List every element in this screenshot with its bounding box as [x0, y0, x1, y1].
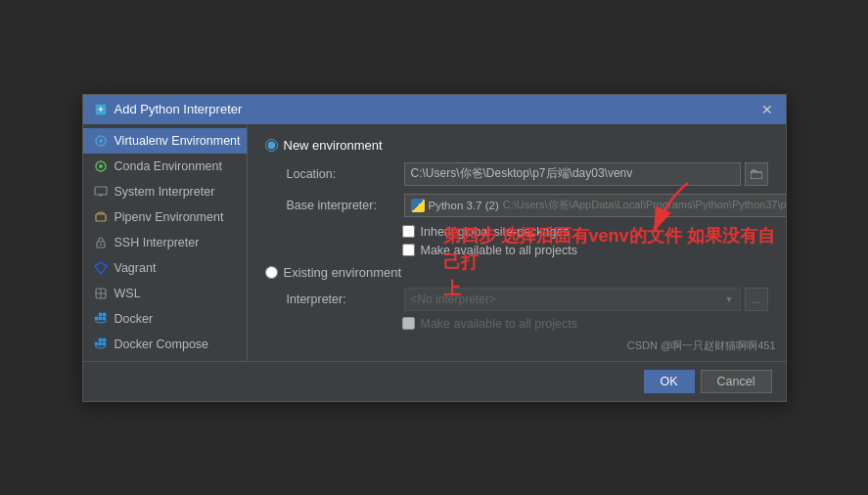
svg-rect-18 — [103, 317, 106, 320]
location-input[interactable] — [404, 162, 741, 186]
dropdown-text: Python 3.7 (2) C:\Users\你爸\AppData\Local… — [411, 198, 786, 212]
title-bar: + Add Python Interpreter ✕ — [83, 95, 786, 124]
python-icon — [411, 199, 425, 212]
location-browse-button[interactable] — [745, 162, 768, 186]
location-input-wrapper — [404, 162, 768, 186]
sidebar-item-label: System Interpreter — [114, 185, 215, 199]
svg-rect-6 — [95, 187, 107, 195]
interpreter-path: C:\Users\你爸\AppData\Local\Programs\Pytho… — [503, 198, 786, 212]
pipenv-icon — [93, 209, 109, 225]
svg-rect-25 — [103, 338, 106, 341]
svg-rect-23 — [103, 342, 106, 345]
new-env-section: New environment — [265, 138, 768, 153]
svg-point-11 — [100, 244, 102, 246]
svg-rect-16 — [95, 317, 98, 320]
close-button[interactable]: ✕ — [758, 101, 776, 118]
sidebar-item-conda[interactable]: Conda Environment — [83, 154, 247, 179]
make-available-checkbox-row: Make available to all projects — [265, 244, 768, 257]
inherit-checkbox-row: Inherit global site-packages — [265, 225, 768, 239]
svg-rect-22 — [99, 342, 102, 345]
svg-rect-20 — [103, 313, 106, 316]
svg-rect-24 — [99, 338, 102, 341]
svg-rect-26 — [751, 172, 762, 179]
existing-interpreter-browse-button[interactable]: ... — [745, 288, 768, 311]
inherit-checkbox[interactable] — [402, 225, 415, 238]
dialog-icon: + — [93, 102, 109, 117]
sidebar-item-vagrant[interactable]: Vagrant — [83, 255, 247, 281]
inherit-label: Inherit global site-packages — [421, 225, 570, 239]
sidebar-item-label: Virtualenv Environment — [114, 134, 241, 148]
watermark: CSDN @啊一只赵财猫啊啊451 — [627, 338, 776, 353]
svg-rect-19 — [99, 313, 102, 316]
ok-button[interactable]: OK — [644, 370, 695, 393]
existing-env-section: Existing environment Interpreter: <No in… — [265, 265, 768, 331]
sidebar-item-label: Docker — [114, 312, 154, 326]
svg-point-5 — [99, 164, 103, 168]
add-interpreter-dialog: + Add Python Interpreter ✕ Virtualenv En… — [82, 94, 787, 402]
compose-icon — [93, 337, 109, 352]
sidebar-item-label: Pipenv Environment — [114, 210, 224, 224]
sidebar-item-wsl[interactable]: WSL — [83, 281, 247, 306]
interpreter-label: Interpreter: — [287, 292, 404, 306]
sidebar-item-system[interactable]: System Interpreter — [83, 179, 247, 204]
existing-env-radio[interactable] — [265, 266, 278, 279]
existing-env-label: Existing environment — [284, 265, 402, 280]
svg-rect-21 — [95, 342, 98, 345]
location-label: Location: — [287, 167, 404, 181]
existing-make-available-row: Make available to all projects — [265, 317, 768, 331]
dialog-body: Virtualenv Environment Conda Environment — [83, 124, 786, 361]
title-bar-left: + Add Python Interpreter — [93, 102, 243, 117]
main-content: New environment Location: Base in — [248, 124, 786, 361]
svg-point-3 — [99, 139, 103, 143]
new-env-radio[interactable] — [265, 139, 278, 152]
interpreter-name: Python 3.7 (2) — [429, 200, 499, 211]
sidebar-item-virtualenv[interactable]: Virtualenv Environment — [83, 128, 247, 154]
sidebar-item-label: WSL — [114, 287, 141, 300]
watermark-text: CSDN @啊一只赵财猫啊啊451 — [627, 339, 776, 351]
cancel-button[interactable]: Cancel — [701, 370, 772, 393]
make-available-checkbox[interactable] — [402, 244, 415, 256]
base-interpreter-wrapper: Python 3.7 (2) C:\Users\你爸\AppData\Local… — [404, 194, 786, 217]
wsl-icon — [93, 286, 109, 301]
sidebar-item-pipenv[interactable]: Pipenv Environment — [83, 204, 247, 230]
vagrant-icon — [93, 260, 109, 276]
dialog-footer: OK Cancel — [83, 361, 786, 401]
svg-rect-17 — [99, 317, 102, 320]
base-interpreter-label: Base interpreter: — [287, 199, 404, 212]
existing-make-available-checkbox[interactable] — [402, 317, 415, 330]
make-available-label: Make available to all projects — [421, 244, 578, 257]
sidebar-item-docker[interactable]: Docker — [83, 306, 247, 332]
base-interpreter-dropdown[interactable]: Python 3.7 (2) C:\Users\你爸\AppData\Local… — [404, 194, 786, 217]
dialog-title: Add Python Interpreter — [114, 102, 243, 116]
new-env-label: New environment — [284, 138, 383, 153]
svg-rect-9 — [96, 214, 106, 221]
existing-make-available-label: Make available to all projects — [421, 317, 578, 331]
sidebar-item-label: Conda Environment — [114, 159, 222, 173]
dropdown-arrow-icon: ▼ — [725, 294, 734, 304]
system-icon — [93, 184, 109, 200]
sidebar-item-label: Docker Compose — [114, 338, 209, 351]
interpreter-dropdown[interactable]: <No interpreter> ▼ — [404, 288, 741, 311]
svg-text:+: + — [98, 105, 103, 114]
conda-icon — [93, 158, 109, 174]
interpreter-dropdown-wrapper: <No interpreter> ▼ ... — [404, 288, 768, 311]
sidebar-item-ssh[interactable]: SSH Interpreter — [83, 230, 247, 255]
sidebar-item-label: Vagrant — [114, 261, 157, 275]
location-row: Location: — [265, 162, 768, 186]
base-interpreter-row: Base interpreter: Python 3.7 (2) C:\User… — [265, 194, 768, 217]
sidebar-item-label: SSH Interpreter — [114, 236, 200, 249]
sidebar-item-compose[interactable]: Docker Compose — [83, 332, 247, 357]
ssh-icon — [93, 235, 109, 250]
no-interpreter-label: <No interpreter> — [411, 292, 496, 306]
virtualenv-icon — [93, 133, 109, 149]
svg-marker-12 — [95, 262, 107, 274]
sidebar: Virtualenv Environment Conda Environment — [83, 124, 248, 361]
existing-env-title: Existing environment — [265, 265, 768, 280]
docker-icon — [93, 311, 109, 327]
interpreter-row: Interpreter: <No interpreter> ▼ ... — [265, 288, 768, 311]
